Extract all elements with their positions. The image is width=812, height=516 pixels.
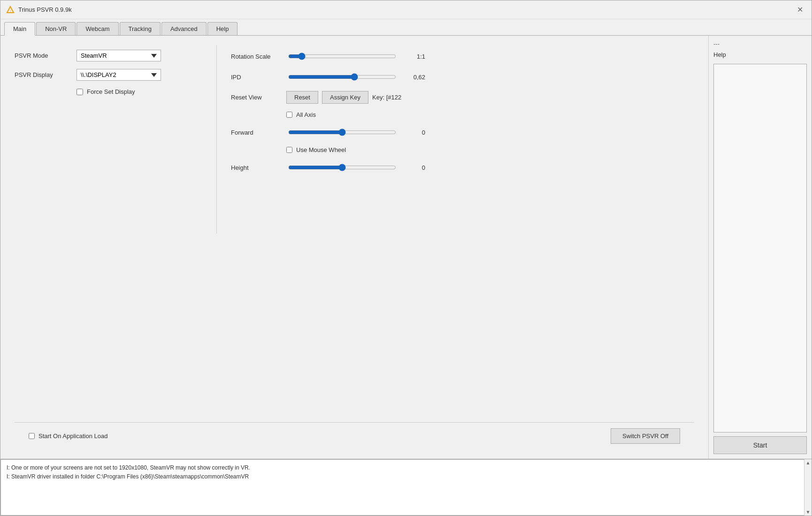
height-slider[interactable] [288,164,396,171]
tab-webcam[interactable]: Webcam [77,22,118,35]
height-value: 0 [402,164,425,171]
tab-help[interactable]: Help [207,22,238,35]
tab-advanced[interactable]: Advanced [161,22,207,35]
height-row: Height 0 [231,161,694,174]
psvr-mode-label: PSVR Mode [15,52,71,59]
switch-psvr-off-button[interactable]: Switch PSVR Off [611,428,680,444]
rotation-scale-row: Rotation Scale 1:1 [231,50,694,63]
height-label: Height [231,164,283,171]
title-text: Trinus PSVR 0.9.9k [18,6,72,13]
spacer [15,234,694,422]
all-axis-checkbox[interactable] [286,112,292,118]
log-line-2: I: SteamVR driver installed in folder C:… [7,472,800,481]
psvr-mode-row: PSVR Mode SteamVR [15,50,212,61]
all-axis-row: All Axis [286,111,694,118]
psvr-display-label: PSVR Display [15,71,71,78]
help-dots: --- [713,40,807,47]
svg-text:!: ! [10,9,11,13]
bottom-bar: Start On Application Load Switch PSVR Of… [15,422,694,449]
forward-label: Forward [231,129,283,136]
rotation-scale-slider[interactable] [288,53,396,60]
log-scrollbar[interactable]: ▲ ▼ [804,459,812,516]
use-mouse-wheel-label[interactable]: Use Mouse Wheel [296,146,346,153]
left-column: PSVR Mode SteamVR PSVR Display \\.\DISPL… [15,45,212,234]
content-area: PSVR Mode SteamVR PSVR Display \\.\DISPL… [0,36,812,459]
ipd-slider[interactable] [288,73,396,81]
title-bar: ! Trinus PSVR 0.9.9k ✕ [0,0,812,19]
app-icon: ! [6,6,15,14]
two-columns: PSVR Mode SteamVR PSVR Display \\.\DISPL… [15,45,694,234]
forward-row: Forward 0 [231,126,694,139]
ipd-label: IPD [231,74,283,81]
scroll-up-arrow[interactable]: ▲ [805,459,812,466]
ipd-value: 0,62 [402,74,425,81]
all-axis-label[interactable]: All Axis [296,111,316,118]
forward-value: 0 [402,129,425,136]
height-slider-container [288,161,396,174]
bottom-left: Start On Application Load [29,433,107,440]
log-area-wrapper: I: One or more of your screens are not s… [0,459,812,516]
log-line-1: I: One or more of your screens are not s… [7,463,800,472]
start-button[interactable]: Start [713,436,807,454]
tab-tracking[interactable]: Tracking [120,22,161,35]
close-button[interactable]: ✕ [794,4,806,15]
right-help-panel: --- Help Start [708,36,812,459]
psvr-display-row: PSVR Display \\.\DISPLAY2 [15,69,212,81]
help-label: Help [713,51,807,58]
force-set-display-label[interactable]: Force Set Display [87,88,135,95]
use-mouse-wheel-checkbox[interactable] [286,147,292,153]
reset-button[interactable]: Reset [286,91,318,104]
rotation-scale-label: Rotation Scale [231,53,283,60]
ipd-slider-container [288,70,396,83]
use-mouse-wheel-row: Use Mouse Wheel [286,146,694,153]
key-label: Key: [#122 [372,94,401,101]
forward-slider-container [288,126,396,139]
scroll-down-arrow[interactable]: ▼ [805,508,812,516]
force-set-display-row: Force Set Display [77,88,212,95]
assign-key-button[interactable]: Assign Key [322,91,368,104]
start-on-load-checkbox[interactable] [29,433,35,439]
rotation-scale-value: 1:1 [402,53,425,60]
force-set-display-checkbox[interactable] [77,89,83,95]
forward-slider[interactable] [288,129,396,136]
ipd-row: IPD 0,62 [231,70,694,83]
psvr-mode-select[interactable]: SteamVR [77,50,161,61]
main-panel: PSVR Mode SteamVR PSVR Display \\.\DISPL… [0,36,708,459]
tab-bar: Main Non-VR Webcam Tracking Advanced Hel… [0,19,812,36]
psvr-display-select[interactable]: \\.\DISPLAY2 [77,69,161,81]
rotation-scale-slider-container [288,50,396,63]
app-window: ! Trinus PSVR 0.9.9k ✕ Main Non-VR Webca… [0,0,812,516]
vertical-separator [216,45,217,234]
log-area: I: One or more of your screens are not s… [0,459,812,516]
reset-view-label: Reset View [231,94,283,101]
right-column: Rotation Scale 1:1 IPD 0,62 [222,45,694,234]
help-box [713,64,807,433]
tab-main[interactable]: Main [4,22,35,36]
title-bar-left: ! Trinus PSVR 0.9.9k [6,6,72,14]
reset-view-row: Reset View Reset Assign Key Key: [#122 [231,91,694,104]
tab-non-vr[interactable]: Non-VR [36,22,76,35]
start-on-load-label[interactable]: Start On Application Load [38,433,107,440]
